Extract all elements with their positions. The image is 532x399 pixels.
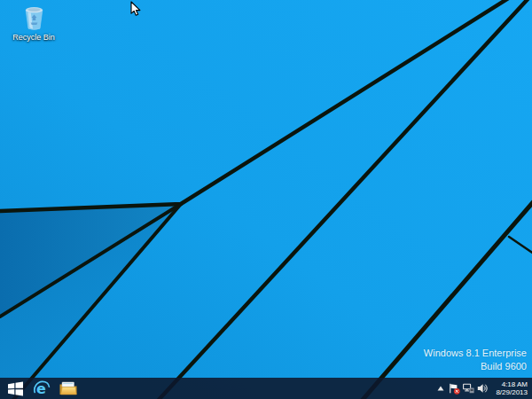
file-explorer-button[interactable]: [55, 378, 82, 399]
folder-icon: [59, 381, 77, 395]
desktop: Recycle Bin Windows 8.1 Enterprise Build…: [0, 0, 532, 399]
recycle-bin-label: Recycle Bin: [12, 33, 55, 42]
flag-alert-icon: [449, 383, 460, 395]
windows-logo-icon: [8, 381, 23, 396]
network-button[interactable]: [461, 378, 475, 399]
speaker-icon: [477, 383, 489, 394]
taskbar: e: [0, 378, 532, 399]
clock-date: 8/29/2013: [496, 388, 528, 397]
show-hidden-icons-button[interactable]: [434, 378, 447, 399]
system-tray: 4:18 AM 8/29/2013: [434, 378, 532, 399]
clock-time: 4:18 AM: [502, 380, 528, 389]
wallpaper: [0, 0, 532, 399]
watermark-edition: Windows 8.1 Enterprise: [424, 347, 527, 360]
taskbar-clock[interactable]: 4:18 AM 8/29/2013: [489, 378, 532, 399]
watermark-build: Build 9600: [424, 360, 527, 373]
ie-browser-icon: e: [33, 379, 51, 397]
network-icon: [463, 383, 474, 394]
volume-button[interactable]: [475, 378, 489, 399]
start-button[interactable]: [2, 378, 28, 399]
action-center-button[interactable]: [447, 378, 461, 399]
recycle-bin-icon: [22, 4, 46, 31]
recycle-bin[interactable]: Recycle Bin: [11, 4, 57, 42]
internet-explorer-button[interactable]: e: [28, 378, 55, 399]
up-arrow-icon: [437, 386, 444, 391]
build-watermark: Windows 8.1 Enterprise Build 9600: [424, 347, 527, 373]
